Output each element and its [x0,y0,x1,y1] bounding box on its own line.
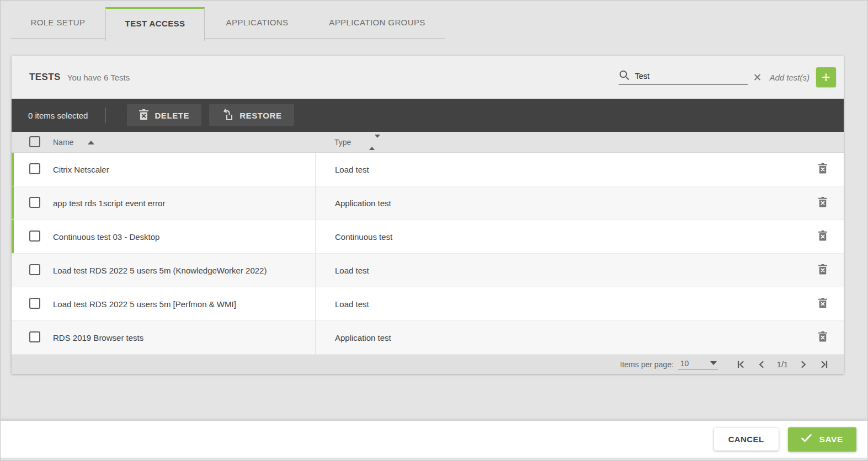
row-checkbox[interactable] [29,197,40,208]
row-checkbox[interactable] [29,230,40,242]
delete-row-icon[interactable] [818,230,827,243]
row-checkbox[interactable] [29,264,40,275]
table-row[interactable]: Citrix Netscaler Load test [12,153,844,186]
panel-title: TESTS [29,72,61,83]
items-per-page-select[interactable]: 10 [678,359,718,370]
sort-icon[interactable] [369,138,380,147]
save-button[interactable]: SAVE [788,427,856,452]
restore-button[interactable]: RESTORE [209,104,294,126]
row-type: Application test [315,186,811,220]
next-page-button[interactable] [798,359,809,370]
trash-icon [139,109,148,122]
table-row[interactable]: Load test RDS 2022 5 users 5m [Perfmon &… [12,287,844,321]
tab-application-groups[interactable]: APPLICATION GROUPS [310,7,445,38]
selection-count: 0 items selected [28,111,88,120]
toolbar-divider [105,108,106,123]
add-test-button[interactable]: + [816,67,836,87]
column-header-name[interactable]: Name [53,132,73,153]
tab-applications[interactable]: APPLICATIONS [205,7,310,38]
restore-icon [221,109,233,122]
tab-role-setup[interactable]: ROLE SETUP [10,7,105,38]
panel-header: TESTS You have 6 Tests ✕ Add test(s) + [12,56,844,99]
last-page-button[interactable] [819,359,830,370]
sort-ascending-icon[interactable] [88,141,94,144]
row-type: Load test [315,287,811,321]
row-checkbox[interactable] [29,163,40,174]
table-row[interactable]: Continuous test 03 - Desktop Continuous … [12,220,844,254]
row-name: Continuous test 03 - Desktop [53,220,159,254]
delete-button[interactable]: DELETE [127,104,201,126]
row-name: app test rds 1script event error [53,186,165,220]
add-tests-label: Add test(s) [769,73,810,82]
items-per-page-value: 10 [680,359,689,368]
restore-button-label: RESTORE [239,111,281,120]
row-name: RDS 2019 Browser tests [53,321,143,355]
row-type: Continuous test [315,220,811,254]
delete-button-label: DELETE [155,111,189,120]
search-icon [619,69,630,83]
pager-controls: 1/1 [730,359,835,370]
row-name: Load test RDS 2022 5 users 5m (Knowledge… [53,254,267,287]
row-type: Load test [315,254,811,287]
row-name: Load test RDS 2022 5 users 5m [Perfmon &… [53,287,236,321]
row-checkbox[interactable] [29,298,40,309]
row-type: Load test [315,153,811,186]
checkmark-icon [801,434,812,444]
items-per-page-label: Items per page: [620,360,674,369]
delete-row-icon[interactable] [818,331,827,344]
clear-search-icon[interactable]: ✕ [753,72,762,83]
tab-bar: ROLE SETUP TEST ACCESS APPLICATIONS APPL… [10,7,445,39]
panel-header-actions: ✕ Add test(s) + [619,67,836,87]
table-row[interactable]: app test rds 1script event error Applica… [12,186,844,220]
panel-subtitle: You have 6 Tests [67,73,130,82]
delete-row-icon[interactable] [818,197,827,209]
footer-action-bar: CANCEL SAVE [1,421,867,458]
pagination-bar: Items per page: 10 1/1 [12,355,844,374]
table-header: Name Type [12,132,844,153]
tests-panel: TESTS You have 6 Tests ✕ Add test(s) + 0… [12,56,844,374]
delete-row-icon[interactable] [818,264,827,276]
row-name: Citrix Netscaler [53,153,109,186]
table-body: Citrix Netscaler Load test app test rds … [12,153,844,355]
previous-page-button[interactable] [756,359,767,370]
search-input[interactable] [635,72,740,81]
page-indicator: 1/1 [777,360,788,369]
chevron-down-icon [710,361,717,365]
row-type: Application test [315,321,811,355]
delete-row-icon[interactable] [818,298,827,310]
cancel-button[interactable]: CANCEL [714,428,779,451]
save-button-label: SAVE [819,435,843,444]
column-header-type[interactable]: Type [334,132,351,153]
select-all-checkbox[interactable] [29,136,40,147]
selection-toolbar: 0 items selected DELETE RESTORE [12,99,844,132]
row-checkbox[interactable] [29,331,40,342]
delete-row-icon[interactable] [818,163,827,175]
search-box [619,69,748,85]
tab-test-access[interactable]: TEST ACCESS [105,7,205,41]
first-page-button[interactable] [735,359,746,370]
table-row[interactable]: Load test RDS 2022 5 users 5m (Knowledge… [12,254,844,287]
table-row[interactable]: RDS 2019 Browser tests Application test [12,321,844,355]
